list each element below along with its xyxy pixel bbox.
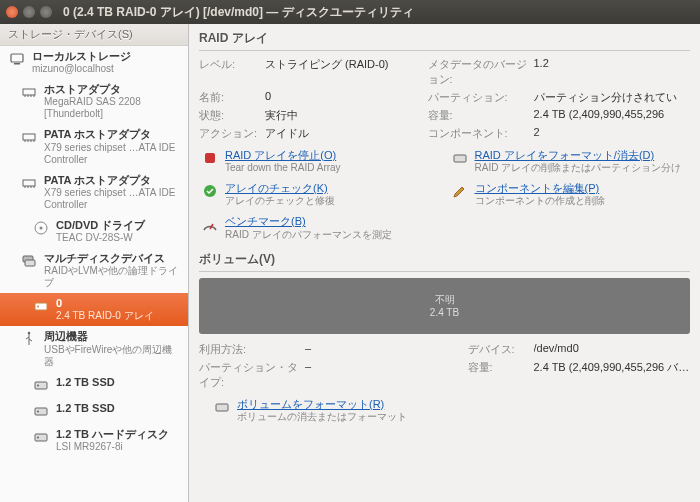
- volume-bar[interactable]: 不明 2.4 TB: [199, 278, 690, 334]
- partition-label: パーティション:: [428, 90, 528, 105]
- metadata-value: 1.2: [534, 57, 691, 87]
- svg-point-13: [37, 384, 39, 386]
- sidebar-item-raid-array[interactable]: 02.4 TB RAID-0 アレイ: [0, 293, 188, 326]
- svg-point-11: [28, 332, 31, 335]
- state-label: 状態:: [199, 108, 259, 123]
- capacity2-label: 容量:: [468, 360, 528, 390]
- drive-icon: [32, 402, 50, 420]
- adapter-icon: [20, 83, 38, 101]
- sidebar-item-sub: 2.4 TB RAID-0 アレイ: [56, 310, 154, 322]
- svg-rect-0: [11, 54, 23, 62]
- stop-array-button[interactable]: RAID アレイを停止(O)Tear down the RAID Array: [199, 147, 441, 176]
- sidebar-item-host-adapter[interactable]: ホストアダプタMegaRAID SAS 2208 [Thunderbolt]: [0, 79, 188, 124]
- edit-icon: [451, 182, 469, 200]
- content-pane: RAID アレイ レベル: ストライピング (RAID-0) メタデータのバージ…: [189, 24, 700, 502]
- device-value: /dev/md0: [534, 342, 691, 357]
- disc-icon: [32, 219, 50, 237]
- action-label: アレイのチェック(K): [225, 182, 335, 195]
- sidebar-item-peripherals[interactable]: 周辺機器USBやFireWireや他の周辺機器: [0, 326, 188, 371]
- partition-value: パーティション分けされてい: [534, 90, 691, 105]
- maximize-icon[interactable]: [40, 6, 52, 18]
- sidebar-item-label: マルチディスクデバイス: [44, 252, 182, 265]
- svg-rect-19: [454, 155, 466, 162]
- computer-icon: [8, 50, 26, 68]
- components-label: コンポーネント:: [428, 126, 528, 141]
- sidebar-item-cddvd[interactable]: CD/DVD ドライブTEAC DV-28S-W: [0, 215, 188, 248]
- svg-rect-14: [35, 408, 47, 415]
- svg-rect-16: [35, 434, 47, 441]
- sidebar-item-local-storage[interactable]: ローカルストレージmizuno@localhost: [0, 46, 188, 79]
- edit-components-button[interactable]: コンポーネントを編集(P)コンポーネントの作成と削除: [449, 180, 691, 209]
- volume-info-grid: 利用方法: – デバイス: /dev/md0 パーティション・タイプ: – 容量…: [199, 342, 690, 390]
- name-value: 0: [265, 90, 422, 105]
- svg-rect-8: [25, 260, 35, 266]
- sidebar-item-label: CD/DVD ドライブ: [56, 219, 145, 232]
- components-value: 2: [534, 126, 691, 141]
- check-array-button[interactable]: アレイのチェック(K)アレイのチェックと修復: [199, 180, 441, 209]
- drive-icon: [32, 297, 50, 315]
- svg-point-10: [37, 306, 39, 308]
- multidisk-icon: [20, 252, 38, 270]
- action-label: アクション:: [199, 126, 259, 141]
- ptype-value: –: [305, 360, 462, 390]
- titlebar: 0 (2.4 TB RAID-0 アレイ) [/dev/md0] — ディスクユ…: [0, 0, 700, 24]
- device-label: デバイス:: [468, 342, 528, 357]
- action-sub: ボリュームの消去またはフォーマット: [237, 411, 407, 423]
- capacity-value: 2.4 TB (2,409,990,455,296: [534, 108, 691, 123]
- name-label: 名前:: [199, 90, 259, 105]
- sidebar-item-pata-adapter-2[interactable]: PATA ホストアダプタX79 series chipset …ATA IDE …: [0, 170, 188, 215]
- sidebar-item-ssd-2[interactable]: 1.2 TB SSD: [0, 398, 188, 424]
- action-label: コンポーネントを編集(P): [475, 182, 605, 195]
- sidebar-item-multidisk[interactable]: マルチディスクデバイスRAIDやLVMや他の論理ドライブ: [0, 248, 188, 293]
- svg-rect-12: [35, 382, 47, 389]
- action-sub: RAID アレイのパフォーマンスを測定: [225, 229, 392, 241]
- action-sub: Tear down the RAID Array: [225, 162, 341, 174]
- sidebar-item-sub: LSI MR9267-8i: [56, 441, 169, 453]
- benchmark-button[interactable]: ベンチマーク(B)RAID アレイのパフォーマンスを測定: [199, 213, 441, 242]
- sidebar-item-hdd[interactable]: 1.2 TB ハードディスクLSI MR9267-8i: [0, 424, 188, 457]
- volumes-header: ボリューム(V): [199, 251, 690, 272]
- sidebar-item-label: PATA ホストアダプタ: [44, 174, 182, 187]
- usb-icon: [20, 330, 38, 348]
- close-icon[interactable]: [6, 6, 18, 18]
- sidebar-item-sub: TEAC DV-28S-W: [56, 232, 145, 244]
- sidebar-item-pata-adapter-1[interactable]: PATA ホストアダプタX79 series chipset …ATA IDE …: [0, 124, 188, 169]
- action-label: RAID アレイをフォーマット/消去(D): [475, 149, 682, 162]
- adapter-icon: [20, 128, 38, 146]
- minimize-icon[interactable]: [23, 6, 35, 18]
- sidebar-item-sub: X79 series chipset …ATA IDE Controller: [44, 142, 182, 166]
- format-array-button[interactable]: RAID アレイをフォーマット/消去(D)RAID アレイの削除またはパーティシ…: [449, 147, 691, 176]
- action-label: ボリュームをフォーマット(R): [237, 398, 407, 411]
- volume-bar-title: 不明: [435, 293, 455, 307]
- svg-rect-2: [23, 89, 35, 95]
- sidebar-item-sub: X79 series chipset …ATA IDE Controller: [44, 187, 182, 211]
- metadata-label: メタデータのバージョン:: [428, 57, 528, 87]
- sidebar-item-sub: RAIDやLVMや他の論理ドライブ: [44, 265, 182, 289]
- sidebar-item-label: ホストアダプタ: [44, 83, 182, 96]
- ptype-label: パーティション・タイプ:: [199, 360, 299, 390]
- raid-actions: RAID アレイを停止(O)Tear down the RAID Array R…: [199, 147, 690, 243]
- sidebar-item-ssd-1[interactable]: 1.2 TB SSD: [0, 372, 188, 398]
- raid-array-header: RAID アレイ: [199, 30, 690, 51]
- adapter-icon: [20, 174, 38, 192]
- sidebar-item-sub: MegaRAID SAS 2208 [Thunderbolt]: [44, 96, 182, 120]
- format-volume-button[interactable]: ボリュームをフォーマット(R)ボリュームの消去またはフォーマット: [211, 396, 690, 425]
- sidebar: ストレージ・デバイス(S) ローカルストレージmizuno@localhost …: [0, 24, 189, 502]
- svg-point-15: [37, 410, 39, 412]
- sidebar-header: ストレージ・デバイス(S): [0, 24, 188, 46]
- format-icon: [213, 398, 231, 416]
- usage-label: 利用方法:: [199, 342, 299, 357]
- svg-rect-3: [23, 134, 35, 140]
- capacity2-value: 2.4 TB (2,409,990,455,296 バイト): [534, 360, 691, 390]
- level-label: レベル:: [199, 57, 259, 87]
- sidebar-item-sub: mizuno@localhost: [32, 63, 131, 75]
- drive-icon: [32, 376, 50, 394]
- stop-icon: [201, 149, 219, 167]
- action-sub: アレイのチェックと修復: [225, 195, 335, 207]
- raid-info-grid: レベル: ストライピング (RAID-0) メタデータのバージョン: 1.2 名…: [199, 57, 690, 141]
- capacity-label: 容量:: [428, 108, 528, 123]
- action-sub: RAID アレイの削除またはパーティション分け: [475, 162, 682, 174]
- svg-point-6: [40, 226, 43, 229]
- sidebar-item-label: 1.2 TB ハードディスク: [56, 428, 169, 441]
- level-value: ストライピング (RAID-0): [265, 57, 422, 87]
